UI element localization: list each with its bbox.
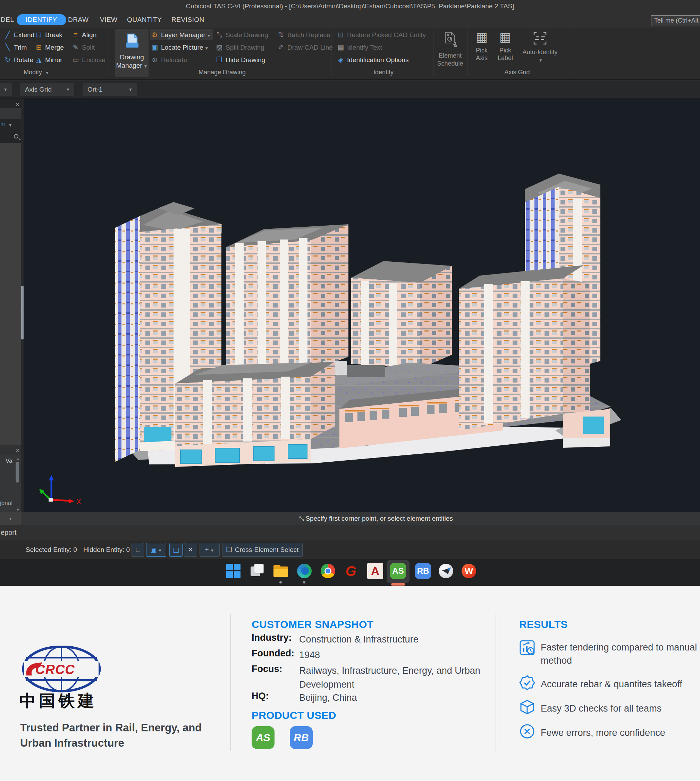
btn-align[interactable]: ≡Align [71, 29, 97, 40]
panel-layers-icon[interactable]: ≋ ▼ [1, 122, 12, 128]
glodon-icon[interactable]: G [343, 563, 359, 579]
snapshot-heading: CUSTOMER SNAPSHOT [252, 619, 373, 630]
cubicost-trb-icon[interactable]: RB [415, 563, 431, 579]
panel-close-icon[interactable]: ✕ [15, 101, 20, 108]
btn-locate-picture[interactable]: ▣Locate Picture▼ [150, 42, 208, 53]
pick-axis-icon: ▦ [473, 30, 491, 44]
task-view-icon[interactable] [249, 563, 265, 579]
drawing-manager-icon [124, 33, 140, 49]
axis-triad: X [39, 475, 81, 506]
workspace: ✕ ≋ ▼ ◀ ✕ Va ▲ jonal ▼ [0, 98, 700, 512]
edge-browser-icon[interactable] [297, 563, 312, 579]
menu-revision[interactable]: REVISION [172, 14, 204, 25]
panel2-close-icon[interactable]: ✕ [15, 447, 20, 454]
panel2-col-header: Va [5, 457, 12, 464]
btn-hide-drawing[interactable]: ❒Hide Drawing [215, 54, 265, 65]
btn-auto-identify[interactable]: Auto-Identify▼ [519, 30, 561, 64]
panel2-scroll-down[interactable]: ▼ [16, 507, 20, 512]
btn-split-drawing[interactable]: ▨Split Drawing [215, 42, 265, 53]
btn-mirror[interactable]: ◮Mirror [34, 54, 62, 65]
panel2-scroll-thumb[interactable] [16, 462, 19, 482]
file-explorer-icon[interactable] [273, 563, 289, 579]
btn-element-schedule[interactable]: ElementSchedule [435, 29, 466, 77]
tas-active-indicator [391, 583, 405, 586]
menu-draw[interactable]: DRAW [68, 14, 88, 25]
add-point-button[interactable]: +▼ [200, 543, 220, 557]
btn-batch-replace[interactable]: ⇅Batch Replace [276, 29, 330, 40]
result-error-icon [519, 723, 535, 739]
panel2-scroll-up[interactable]: ▲ [16, 457, 20, 461]
menu-quantity[interactable]: QUANTITY [127, 14, 162, 25]
divider-2 [496, 614, 496, 751]
crcc-logo: CRCC [22, 646, 101, 693]
industry-value: Construction & Infrastructure [299, 632, 418, 646]
result-badge-icon [519, 675, 535, 691]
btn-rotate[interactable]: ↻Rotate [3, 54, 33, 65]
command-bar: ▾ ⤡ Specify first corner point, or selec… [0, 512, 700, 525]
btn-drawing-manager[interactable]: DrawingManager▼ [115, 29, 148, 77]
cross-element-select-button[interactable]: ❒Cross-Element Select [222, 543, 303, 557]
btn-pick-axis[interactable]: ▦ Pick Axis [473, 30, 491, 62]
btn-draw-cad-line[interactable]: ✐Draw CAD Line [276, 42, 333, 53]
axis-grid-dropdown[interactable]: Axis Grid▼ [20, 83, 74, 96]
report-tab-row: eport [0, 525, 700, 541]
group-modify[interactable]: Modify ▼ [2, 69, 71, 76]
svg-text:X: X [77, 498, 81, 506]
btn-split[interactable]: ✎Split [71, 42, 95, 53]
quick-toolbar: ▼ Axis Grid▼ Ort-1▼ [0, 80, 700, 98]
focus-label: Focus: [252, 664, 282, 674]
btn-identify-text[interactable]: ▤Identify Text [336, 42, 382, 53]
btn-relocate[interactable]: ⊕Relocate [150, 54, 187, 65]
divider-1 [230, 614, 231, 751]
btn-extend[interactable]: ╱Extend [3, 29, 34, 40]
selected-entity-count: Selected Entity: 0 [26, 541, 77, 559]
panel-collapse-icon[interactable]: ◀ [20, 308, 23, 313]
cross-button[interactable]: ✕ [184, 543, 197, 557]
left-panel: ✕ ≋ ▼ ◀ ✕ Va ▲ jonal ▼ [0, 98, 23, 512]
btn-identification-options[interactable]: ◈Identification Options [336, 54, 408, 65]
btn-break[interactable]: ⊟Break [34, 29, 62, 40]
focus-value: Railways, Infrastructure, Energy, and Ur… [299, 664, 493, 691]
tellme-box[interactable]: Tell me (Ctrl+Alt [651, 15, 700, 26]
status-bar: Selected Entity: 0 Hidden Entity: 0 ∟ ▣▼… [0, 541, 700, 559]
btn-merge[interactable]: ⊞Merge [34, 42, 64, 53]
window-title: Cubicost TAS C-VI (Professional) - [C:\U… [0, 0, 700, 12]
pick-label-icon: ▦ [496, 30, 515, 44]
btn-enclose[interactable]: ▭Enclose [71, 54, 105, 65]
btn-scale-drawing[interactable]: ⤡Scale Drawing [215, 29, 268, 40]
btn-pick-label[interactable]: ▦ Pick Label [496, 30, 515, 62]
menu-view[interactable]: VIEW [100, 14, 118, 25]
panel2-body: Va ▲ jonal ▼ [0, 456, 21, 512]
group-axis-grid: Axis Grid [482, 69, 552, 76]
chrome-browser-icon[interactable] [320, 563, 336, 579]
btn-layer-manager[interactable]: ⚙Layer Manager▼ [150, 29, 213, 40]
selection-box-button[interactable]: ▣▼ [146, 543, 166, 557]
element-schedule-icon [442, 31, 458, 47]
autocad-icon[interactable]: A [367, 563, 383, 579]
ort-dropdown[interactable]: Ort-1▼ [83, 83, 137, 96]
menu-identify[interactable]: IDENTIFY [17, 14, 66, 25]
panel2-row-fragment: jonal [0, 500, 12, 507]
wps-office-icon[interactable]: W [461, 563, 477, 579]
svg-text:CRCC: CRCC [35, 662, 75, 677]
viewport-3d[interactable]: X [23, 98, 700, 512]
group-manage-drawing: Manage Drawing [187, 69, 257, 76]
hq-label: HQ: [252, 691, 269, 701]
btn-trim[interactable]: ╲Trim [3, 42, 27, 53]
mini-dropdown[interactable]: ▼ [0, 83, 12, 96]
corner-arrows-icon: ⤡ [299, 516, 305, 522]
report-tab[interactable]: eport [1, 529, 17, 536]
case-study-section: CRCC 中国铁建 Trusted Partner in Rail, Energ… [0, 586, 700, 781]
panel-search-icon-handle [18, 138, 20, 140]
windows-start-icon[interactable] [226, 563, 242, 579]
panel-body [0, 143, 21, 445]
element-link-button[interactable]: ◫ [169, 543, 183, 557]
panel-search-icon[interactable] [14, 134, 18, 139]
ucs-button[interactable]: ∟ [132, 543, 144, 557]
cubicost-tas-icon[interactable]: AS [390, 563, 406, 579]
group-identify: Identify [349, 69, 418, 76]
product-used-heading: PRODUCT USED [252, 709, 336, 721]
menu-model[interactable]: DEL [1, 14, 14, 25]
btn-restore-picked-cad[interactable]: ⊡Restore Picked CAD Entity [336, 29, 426, 40]
dingtalk-icon[interactable] [438, 563, 454, 579]
